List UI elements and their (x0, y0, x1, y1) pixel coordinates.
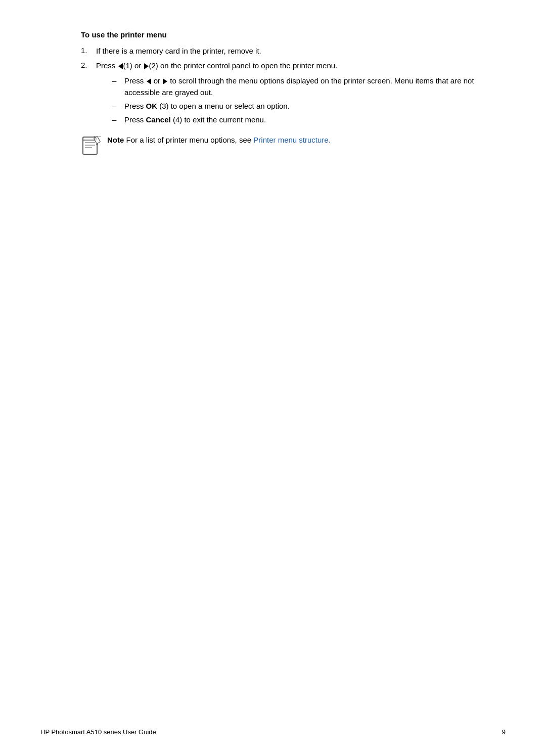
note-body: For a list of printer menu options, see … (126, 136, 331, 144)
arrow-right-icon-2 (163, 78, 167, 84)
note-label: Note (107, 136, 124, 144)
svg-text:~~~: ~~~ (94, 135, 101, 139)
bullet-item-3: – Press Cancel (4) to exit the current m… (110, 114, 485, 125)
footer: HP Photosmart A510 series User Guide 9 (0, 728, 546, 736)
bullet-list: – Press or to scroll through the menu op… (81, 75, 485, 126)
footer-right: 9 (502, 728, 506, 736)
list-content-2: Press (1) or (2) on the printer control … (96, 60, 485, 71)
bullet-content-2: Press OK (3) to open a menu or select an… (124, 100, 485, 112)
bullet-item-2: – Press OK (3) to open a menu or select … (110, 100, 485, 112)
printer-menu-structure-link[interactable]: Printer menu structure. (253, 136, 331, 144)
svg-marker-6 (96, 144, 98, 146)
list-content-1: If there is a memory card in the printer… (96, 45, 485, 57)
list-item-1: 1. If there is a memory card in the prin… (81, 45, 485, 57)
bullet-item-1: – Press or to scroll through the menu op… (110, 75, 485, 99)
arrow-right-icon-1 (144, 63, 149, 69)
list-number-1: 1. (81, 45, 96, 57)
note-icon: ✎ ~~~ (81, 135, 101, 156)
bullet-dash-3: – (110, 114, 124, 125)
numbered-list: 1. If there is a memory card in the prin… (81, 45, 485, 72)
bullet-content-1: Press or to scroll through the menu opti… (124, 75, 485, 99)
bullet-dash-1: – (110, 75, 124, 99)
bullet-content-3: Press Cancel (4) to exit the current men… (124, 114, 485, 125)
bullet-dash-2: – (110, 100, 124, 112)
footer-left: HP Photosmart A510 series User Guide (40, 728, 156, 736)
list-number-2: 2. (81, 60, 96, 71)
list-item-2: 2. Press (1) or (2) on the printer contr… (81, 60, 485, 71)
arrow-left-icon-2 (147, 78, 151, 84)
note-box: ✎ ~~~ Note For a list of printer menu op… (81, 134, 485, 156)
arrow-left-icon-1 (118, 63, 123, 69)
note-text: Note For a list of printer menu options,… (107, 134, 331, 146)
section-heading: To use the printer menu (81, 30, 485, 39)
